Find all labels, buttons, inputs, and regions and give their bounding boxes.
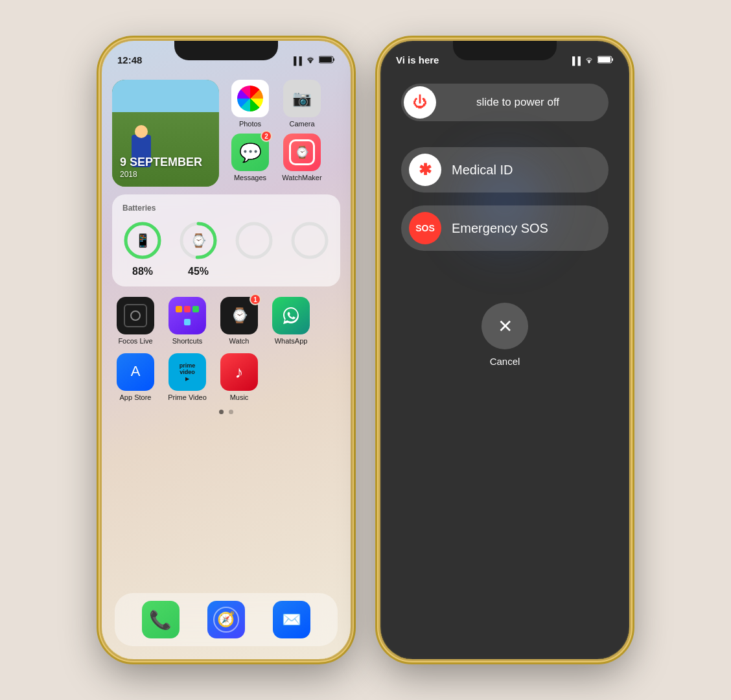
svg-rect-3	[319, 57, 332, 62]
signal-icon-left: ▐▐	[291, 56, 302, 65]
app-icon-messages[interactable]: 💬 2	[231, 134, 269, 171]
top-app-row-2: 💬 2 Messages ⌚ WatchMaker	[227, 134, 325, 182]
app-icon-shortcuts[interactable]	[168, 297, 206, 334]
app-wrap-watch[interactable]: ⌚ 1 Watch	[216, 297, 262, 345]
app-icon-primevideo[interactable]: prime video ▶	[168, 353, 206, 391]
widget-date-line1: 9 SEPTEMBER	[120, 156, 202, 170]
app-wrap-appstore[interactable]: A App Store	[112, 353, 159, 402]
apps-row-1: Focos Live Shortcuts ⌚	[112, 297, 340, 345]
app-icon-mail[interactable]: ✉️	[273, 601, 310, 638]
app-icon-camera[interactable]: 📷	[283, 80, 321, 117]
app-wrap-music[interactable]: ♪ Music	[216, 353, 262, 402]
app-wrap-shortcuts[interactable]: Shortcuts	[164, 297, 211, 345]
shortcuts-inner	[176, 304, 199, 327]
app-icon-focos[interactable]	[117, 297, 154, 334]
cancel-button[interactable]: ✕	[482, 303, 528, 349]
svg-text:A: A	[131, 363, 141, 379]
power-slider[interactable]: ⏻ slide to power off	[401, 84, 609, 121]
dock-safari[interactable]: 🧭	[203, 601, 249, 638]
app-label-camera: Camera	[289, 120, 314, 128]
battery-widget-title: Batteries	[122, 204, 330, 213]
notch-left	[174, 41, 278, 60]
safari-needle: 🧭	[217, 611, 235, 628]
emergency-content: ⏻ slide to power off ✱ Medical ID SOS Em…	[380, 73, 629, 659]
slider-thumb: ⏻	[404, 86, 436, 119]
power-icon: ⏻	[413, 94, 427, 111]
app-wrap-camera[interactable]: 📷 Camera	[279, 80, 325, 128]
apps-row-2: A App Store prime video ▶ Prime Video	[112, 353, 340, 402]
app-icon-whatsapp[interactable]	[272, 297, 310, 334]
widget-date: 9 SEPTEMBER 2018	[120, 156, 202, 179]
app-wrap-whatsapp[interactable]: WhatsApp	[268, 297, 314, 345]
svg-rect-13	[612, 58, 613, 61]
app-wrap-photos[interactable]: Photos	[227, 80, 273, 128]
dock-mail[interactable]: ✉️	[268, 601, 315, 638]
medical-id-label: Medical ID	[452, 163, 513, 178]
wifi-icon-right	[584, 56, 594, 65]
battery-percent-watch: 45%	[188, 266, 209, 277]
app-label-whatsapp: WhatsApp	[275, 337, 308, 345]
app-wrap-primevideo[interactable]: prime video ▶ Prime Video	[164, 353, 211, 402]
wifi-icon-left	[305, 56, 316, 65]
top-app-grid: Photos 📷 Camera 💬 2	[227, 80, 325, 187]
battery-watch-icon: ⌚	[191, 233, 207, 248]
safari-compass: 🧭	[213, 607, 239, 633]
app-wrap-messages[interactable]: 💬 2 Messages	[227, 134, 273, 182]
status-icons-left: ▐▐	[291, 56, 335, 65]
status-icons-right: ▐▐	[570, 56, 614, 65]
battery-icon-right	[598, 56, 614, 65]
signal-icon-right: ▐▐	[570, 56, 581, 65]
app-icon-music[interactable]: ♪	[220, 353, 258, 391]
app-icon-safari[interactable]: 🧭	[207, 601, 245, 638]
battery-ring-svg-4	[290, 220, 330, 261]
app-label-focos: Focos Live	[118, 337, 152, 345]
dock-phone[interactable]: 📞	[137, 601, 184, 638]
cancel-wrap: ✕ Cancel	[482, 303, 528, 367]
battery-ring-svg-3	[234, 220, 274, 261]
app-icon-watch[interactable]: ⌚ 1	[220, 297, 258, 334]
app-icon-phone[interactable]: 📞	[142, 601, 180, 638]
cancel-label: Cancel	[490, 356, 520, 367]
dock: 📞 🧭 ✉️	[115, 593, 338, 646]
left-phone: 12:48 ▐▐ 9 SEPTEMBER	[100, 39, 353, 661]
battery-widget: Batteries 📱 88%	[112, 194, 340, 286]
emergency-sos-button[interactable]: SOS Emergency SOS	[401, 205, 609, 251]
app-icon-watchmaker[interactable]: ⌚	[283, 134, 321, 171]
status-notification: Vi is here	[396, 54, 439, 65]
watchmaker-inner: ⌚	[289, 139, 315, 165]
battery-items: 📱 88% ⌚ 45%	[122, 220, 330, 277]
dot-1	[219, 410, 224, 414]
battery-item-phone: 📱 88%	[122, 220, 163, 277]
battery-item-3	[234, 220, 274, 277]
top-app-row-1: Photos 📷 Camera	[227, 80, 325, 128]
photo-widget[interactable]: 9 SEPTEMBER 2018	[112, 80, 219, 187]
battery-item-4	[290, 220, 330, 277]
messages-badge: 2	[261, 130, 272, 142]
right-phone: Vi is here ▐▐ ⏻ slide to power off	[378, 39, 631, 661]
app-label-appstore: App Store	[120, 393, 152, 402]
app-icon-appstore[interactable]: A	[117, 353, 154, 391]
photos-wheel	[237, 86, 263, 111]
app-label-primevideo: Prime Video	[168, 393, 207, 402]
battery-ring-4	[290, 220, 330, 261]
widget-row: 9 SEPTEMBER 2018 Photos 📷	[112, 80, 340, 187]
app-icon-photos[interactable]	[231, 80, 269, 117]
home-screen: 12:48 ▐▐ 9 SEPTEMBER	[102, 41, 351, 659]
emergency-sos-label: Emergency SOS	[452, 221, 548, 236]
app-wrap-watchmaker[interactable]: ⌚ WatchMaker	[279, 134, 325, 182]
sos-icon: SOS	[409, 212, 441, 244]
dot-2	[229, 410, 233, 414]
slider-text: slide to power off	[436, 96, 606, 109]
battery-item-watch: ⌚ 45%	[178, 220, 218, 277]
svg-rect-14	[598, 57, 610, 62]
medical-id-button[interactable]: ✱ Medical ID	[401, 147, 609, 192]
app-label-music: Music	[230, 393, 249, 402]
app-wrap-focos[interactable]: Focos Live	[112, 297, 159, 345]
app-label-photos: Photos	[239, 120, 261, 128]
page-dots	[112, 410, 340, 414]
battery-ring-phone: 📱	[122, 220, 163, 261]
app-label-watch: Watch	[229, 337, 249, 345]
svg-point-8	[237, 224, 271, 257]
battery-phone-icon: 📱	[135, 233, 151, 248]
battery-ring-watch: ⌚	[178, 220, 218, 261]
